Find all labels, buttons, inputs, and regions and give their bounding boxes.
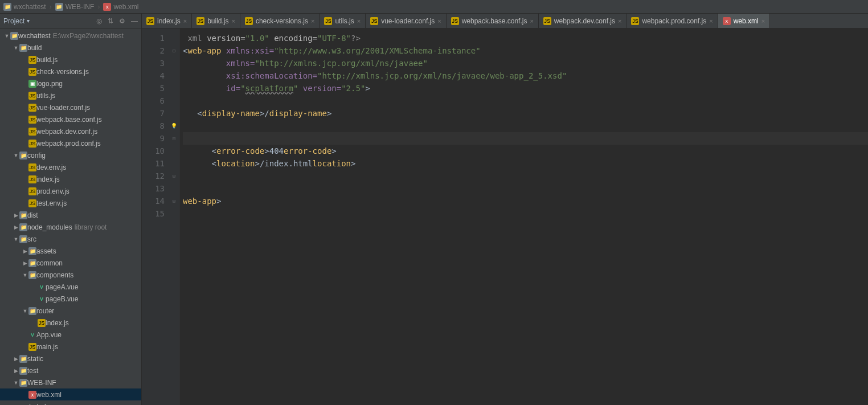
tree-twisty[interactable]: ▼ [13, 380, 19, 386]
tree-row[interactable]: ▼📁 config [0, 149, 141, 161]
editor-tab[interactable]: JSindex.js× [142, 14, 192, 28]
close-icon[interactable]: × [761, 18, 765, 24]
tree-row[interactable]: JS dev.env.js [0, 161, 141, 173]
tree-row[interactable]: JS index.js [0, 317, 141, 329]
bulb-icon[interactable]: 💡 [171, 120, 177, 132]
tree-row[interactable]: JS test.env.js [0, 197, 141, 209]
tree-row[interactable]: JS prod.env.js [0, 185, 141, 197]
fold-marker[interactable] [169, 157, 179, 170]
tree-row[interactable]: JS build.js [0, 54, 141, 66]
tree-twisty[interactable]: ▼ [22, 272, 28, 278]
fold-marker[interactable] [169, 69, 179, 82]
tool-title[interactable]: Project ▾ [3, 17, 30, 25]
fold-marker[interactable] [169, 145, 179, 157]
tree-row[interactable]: JS index.js [0, 173, 141, 185]
fold-marker[interactable] [169, 32, 179, 44]
fold-marker[interactable]: ⊟ [169, 44, 179, 57]
tree-row[interactable]: JS webpack.prod.conf.js [0, 137, 141, 149]
code-line[interactable]: xsi:schemaLocation="http://xmlns.jcp.org… [183, 69, 868, 82]
editor-tab[interactable]: JScheck-versions.js× [240, 14, 320, 28]
tree-twisty[interactable]: ▶ [22, 248, 28, 254]
tree-row[interactable]: ▼📁 router [0, 305, 141, 317]
tree-row[interactable]: ▣ logo.png [0, 77, 141, 89]
code-line[interactable]: web-app> [183, 195, 868, 207]
editor-tab[interactable]: JSwebpack.base.conf.js× [447, 14, 539, 28]
close-icon[interactable]: × [618, 18, 621, 24]
close-icon[interactable]: × [437, 18, 441, 24]
editor-tab[interactable]: JSvue-loader.conf.js× [366, 14, 447, 28]
code-line[interactable] [183, 132, 868, 145]
code-line[interactable]: xmlns="http://xmlns.jcp.org/xml/ns/javae… [183, 57, 868, 69]
close-icon[interactable]: × [231, 18, 235, 24]
tree-twisty[interactable]: ▶ [22, 260, 28, 266]
editor-tab[interactable]: JSwebpack.prod.conf.js× [627, 14, 718, 28]
code-line[interactable]: id="scplatform" version="2.5"> [183, 82, 868, 95]
breadcrumb-item[interactable]: 📁WEB-INF [55, 3, 95, 11]
fold-marker[interactable] [169, 95, 179, 107]
collapse-icon[interactable]: ⇅ [108, 17, 113, 25]
fold-marker[interactable] [169, 107, 179, 120]
close-icon[interactable]: × [530, 18, 533, 24]
tree-row[interactable]: JS vue-loader.conf.js [0, 101, 141, 113]
tree-row[interactable]: JS main.js [0, 341, 141, 353]
code-line[interactable]: <location>/index.htmllocation> [183, 157, 868, 170]
tree-twisty[interactable]: ▼ [13, 153, 19, 158]
code-line[interactable]: <display-name>/display-name> [183, 107, 868, 120]
close-icon[interactable]: × [709, 18, 713, 24]
tree-row[interactable]: x web.xml [0, 388, 141, 400]
tree-row[interactable]: ▭ .babelrc [0, 400, 141, 405]
editor-tab[interactable]: JSbuild.js× [192, 14, 240, 28]
code-line[interactable] [183, 95, 868, 107]
editor-tab[interactable]: JSutils.js× [320, 14, 366, 28]
fold-marker[interactable]: ⊟ [169, 195, 179, 207]
tree-row[interactable]: ▶📁 assets [0, 245, 141, 257]
code-line[interactable]: xml version="1.0" encoding="UTF-8"?> [183, 32, 868, 44]
tree-twisty[interactable]: ▼ [3, 33, 10, 39]
close-icon[interactable]: × [311, 18, 314, 24]
close-icon[interactable]: × [357, 18, 361, 24]
code-line[interactable]: <web-app xmlns:xsi="http://www.w3.org/20… [183, 44, 868, 57]
tree-row[interactable]: ▼📁 wxchattestE:\wxPage2\wxchattest [0, 30, 141, 42]
fold-marker[interactable]: 💡 [169, 120, 179, 132]
tree-twisty[interactable]: ▼ [22, 308, 28, 314]
gear-icon[interactable]: ⚙ [119, 17, 125, 25]
breadcrumb-item[interactable]: xweb.xml [103, 3, 138, 11]
tree-row[interactable]: ▼📁 WEB-INF [0, 377, 141, 388]
editor-tab[interactable]: JSwebpack.dev.conf.js× [539, 14, 627, 28]
tree-row[interactable]: ▼📁 components [0, 269, 141, 281]
tree-row[interactable]: ▶📁 common [0, 257, 141, 269]
tree-twisty[interactable]: ▶ [13, 212, 19, 218]
project-tree[interactable]: ▼📁 wxchattestE:\wxPage2\wxchattest▼📁 bui… [0, 28, 141, 405]
fold-marker[interactable]: ⊟ [169, 170, 179, 182]
minimize-icon[interactable]: — [131, 17, 138, 25]
fold-marker[interactable] [169, 82, 179, 95]
code-line[interactable] [183, 170, 868, 182]
tree-row[interactable]: ▼📁 build [0, 42, 141, 54]
code-line[interactable] [183, 207, 868, 220]
tree-twisty[interactable]: ▼ [13, 236, 19, 242]
code-line[interactable] [183, 120, 868, 132]
tree-twisty[interactable]: ▶ [13, 368, 19, 374]
code-line[interactable] [183, 182, 868, 195]
tree-row[interactable]: V pageB.vue [0, 293, 141, 305]
tree-row[interactable]: ▼📁 src [0, 233, 141, 245]
tree-twisty[interactable]: ▶ [13, 356, 19, 362]
tree-twisty[interactable]: ▶ [13, 224, 19, 230]
fold-marker[interactable]: ⊟ [169, 132, 179, 145]
fold-marker[interactable] [169, 57, 179, 69]
tree-row[interactable]: ▶📁 node_moduleslibrary root [0, 221, 141, 233]
tree-row[interactable]: V pageA.vue [0, 281, 141, 293]
code-area[interactable]: xml version="1.0" encoding="UTF-8"?><web… [179, 28, 868, 405]
tree-row[interactable]: JS utils.js [0, 89, 141, 101]
code-line[interactable]: <error-code>404error-code> [183, 145, 868, 157]
breadcrumb-item[interactable]: 📁wxchattest [3, 3, 46, 11]
tree-row[interactable]: JS check-versions.js [0, 66, 141, 77]
tree-row[interactable]: ▶📁 static [0, 353, 141, 365]
tree-twisty[interactable]: ▼ [13, 45, 19, 51]
fold-marker[interactable] [169, 207, 179, 220]
editor-tab[interactable]: xweb.xml× [718, 14, 770, 28]
tree-row[interactable]: V App.vue [0, 329, 141, 341]
tree-row[interactable]: JS webpack.dev.conf.js [0, 125, 141, 137]
locate-icon[interactable]: ◎ [96, 17, 102, 25]
tree-row[interactable]: JS webpack.base.conf.js [0, 113, 141, 125]
